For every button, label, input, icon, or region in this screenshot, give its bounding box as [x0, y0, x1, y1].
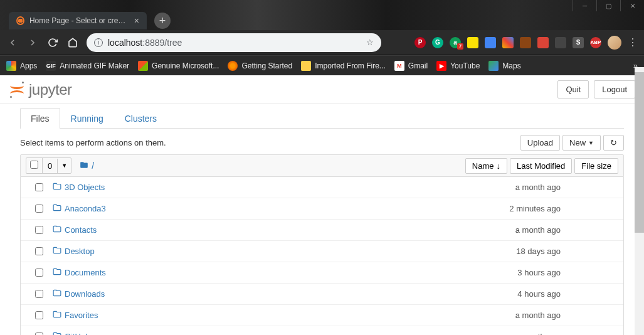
file-modified: a month ago [455, 332, 568, 335]
file-row[interactable]: 3D Objectsa month ago [21, 177, 623, 198]
logout-button[interactable]: Logout [594, 80, 635, 98]
file-row[interactable]: Favoritesa month ago [21, 304, 623, 326]
row-checkbox[interactable] [35, 311, 43, 319]
row-checkbox[interactable] [35, 183, 43, 191]
file-name[interactable]: GitHub [65, 332, 455, 335]
back-icon[interactable] [6, 36, 19, 49]
folder-icon [52, 289, 65, 299]
file-name[interactable]: Documents [65, 268, 455, 277]
quit-button[interactable]: Quit [557, 80, 589, 98]
address-bar[interactable]: i localhost:8889/tree ☆ [87, 33, 381, 52]
reload-icon[interactable] [46, 36, 59, 49]
tab-files[interactable]: Files [20, 108, 60, 129]
bookmark-apps[interactable]: Apps [6, 61, 37, 71]
tab-running[interactable]: Running [60, 108, 114, 129]
maps-icon [488, 61, 499, 71]
row-checkbox[interactable] [35, 332, 43, 335]
avast-ext-icon[interactable]: a [450, 37, 461, 48]
file-row[interactable]: Desktop18 days ago [21, 240, 623, 262]
tab-bar: Home Page - Select or create a n × + [0, 11, 644, 30]
bookmark-item[interactable]: ▶YouTube [436, 61, 480, 71]
window-controls: ─ ▢ ✕ [0, 0, 644, 11]
file-row[interactable]: Anaconda32 minutes ago [21, 198, 623, 219]
select-all-checkbox[interactable] [30, 161, 38, 169]
ext-icon-8[interactable] [537, 37, 549, 48]
refresh-button[interactable]: ↻ [603, 135, 624, 151]
caret-down-icon: ▼ [588, 140, 594, 146]
bookmark-star-icon[interactable]: ☆ [366, 38, 374, 47]
forward-icon[interactable] [26, 36, 39, 49]
upload-button[interactable]: Upload [520, 135, 560, 151]
folder-icon [79, 161, 89, 171]
file-row[interactable]: GitHuba month ago [21, 326, 623, 335]
jupyter-tabs: Files Running Clusters [20, 108, 624, 129]
row-checkbox[interactable] [35, 226, 43, 234]
home-icon[interactable] [66, 36, 79, 49]
breadcrumb-root: / [92, 161, 94, 171]
site-info-icon[interactable]: i [94, 38, 103, 47]
file-row[interactable]: Documents3 hours ago [21, 262, 623, 283]
new-tab-button[interactable]: + [154, 13, 171, 29]
folder-icon [301, 61, 311, 71]
file-modified: a month ago [455, 183, 568, 192]
gmail-icon: M [394, 61, 404, 71]
browser-menu-icon[interactable]: ⋮ [628, 36, 638, 48]
highlighter-ext-icon[interactable] [467, 37, 478, 48]
browser-tab[interactable]: Home Page - Select or create a n × [9, 12, 147, 29]
row-checkbox[interactable] [35, 269, 43, 277]
row-checkbox[interactable] [35, 290, 43, 298]
file-name[interactable]: Anaconda3 [65, 204, 455, 213]
file-name[interactable]: 3D Objects [65, 183, 455, 192]
ext-icon-6[interactable] [502, 37, 514, 48]
bookmark-item[interactable]: Maps [488, 61, 520, 71]
bookmark-item[interactable]: Genuine Microsoft... [138, 61, 219, 71]
cookie-ext-icon[interactable] [520, 37, 531, 48]
adblock-ext-icon[interactable]: ABP [590, 37, 601, 48]
arrow-down-icon: ↓ [496, 161, 500, 171]
ext-icon-9[interactable] [555, 37, 566, 48]
file-modified: 4 hours ago [455, 289, 568, 299]
sort-name-button[interactable]: Name↓ [465, 158, 507, 174]
file-list-header: 0 ▼ / Name↓ Last Modified File size [20, 154, 624, 177]
file-row[interactable]: Contactsa month ago [21, 219, 623, 240]
row-checkbox[interactable] [35, 205, 43, 213]
folder-icon [52, 225, 65, 235]
file-name[interactable]: Downloads [65, 289, 455, 299]
jupyter-logo[interactable]: jupyter [9, 81, 72, 98]
bookmarks-bar: Apps GIFAnimated GIF Maker Genuine Micro… [0, 55, 644, 75]
bookmark-item[interactable]: Getting Started [228, 61, 292, 71]
bookmark-item[interactable]: Imported From Fire... [301, 61, 386, 71]
browser-chrome: ─ ▢ ✕ Home Page - Select or create a n ×… [0, 0, 644, 75]
file-name[interactable]: Favorites [65, 311, 455, 320]
refresh-icon: ↻ [610, 138, 617, 147]
apps-icon [6, 61, 16, 71]
profile-avatar[interactable] [608, 36, 621, 50]
tab-title: Home Page - Select or create a n [29, 16, 129, 25]
folder-icon [52, 310, 65, 321]
pinterest-ext-icon[interactable]: P [414, 37, 426, 48]
window-minimize[interactable]: ─ [573, 0, 596, 11]
row-checkbox[interactable] [35, 247, 43, 255]
file-name[interactable]: Contacts [65, 225, 455, 235]
vertical-scrollbar[interactable] [635, 67, 644, 335]
bookmark-item[interactable]: GIFAnimated GIF Maker [46, 61, 129, 71]
sort-modified-button[interactable]: Last Modified [510, 158, 572, 174]
breadcrumb[interactable]: / [79, 161, 94, 171]
gif-icon: GIF [46, 61, 56, 71]
grammarly-ext-icon[interactable]: G [432, 37, 443, 48]
jupyter-header: jupyter Quit Logout [0, 75, 644, 104]
file-row[interactable]: Downloads4 hours ago [21, 283, 623, 304]
ext-icon-10[interactable]: S [573, 37, 584, 48]
select-all-control[interactable]: 0 ▼ [26, 157, 71, 174]
window-close[interactable]: ✕ [620, 0, 644, 11]
file-modified: 18 days ago [455, 247, 568, 256]
tab-close-icon[interactable]: × [134, 16, 139, 26]
file-name[interactable]: Desktop [65, 247, 455, 256]
new-button[interactable]: New▼ [562, 135, 601, 151]
tab-clusters[interactable]: Clusters [114, 108, 167, 129]
window-maximize[interactable]: ▢ [596, 0, 620, 11]
ext-icon-5[interactable] [485, 37, 496, 48]
sort-size-button[interactable]: File size [574, 158, 618, 174]
select-dropdown-icon[interactable]: ▼ [58, 160, 71, 171]
bookmark-item[interactable]: MGmail [394, 61, 428, 71]
